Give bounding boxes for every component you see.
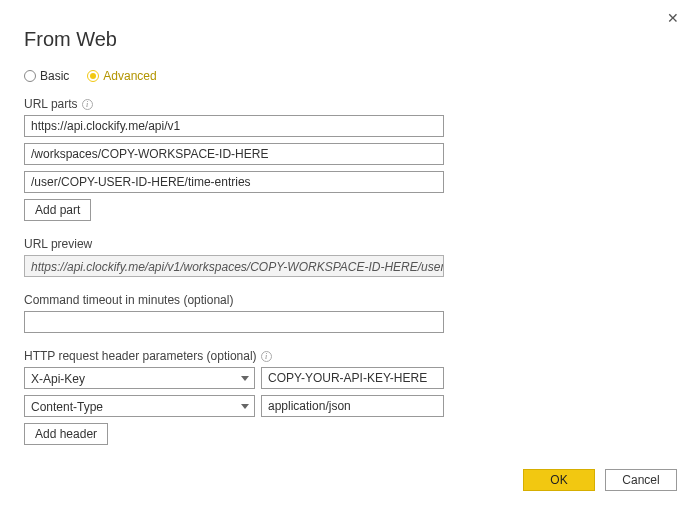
dialog-title: From Web: [24, 28, 669, 51]
chevron-down-icon: [236, 368, 254, 388]
url-part-input-3[interactable]: [24, 171, 444, 193]
info-icon[interactable]: i: [82, 99, 93, 110]
cancel-button[interactable]: Cancel: [605, 469, 677, 491]
header-row: X-Api-Key: [24, 367, 669, 389]
add-part-button[interactable]: Add part: [24, 199, 91, 221]
radio-basic-label: Basic: [40, 69, 69, 83]
header-key-1: X-Api-Key: [31, 372, 85, 386]
header-key-2: Content-Type: [31, 400, 103, 414]
radio-circle-icon: [24, 70, 36, 82]
url-part-input-1[interactable]: [24, 115, 444, 137]
header-key-select-1[interactable]: X-Api-Key: [24, 367, 255, 389]
url-parts-label: URL parts: [24, 97, 78, 111]
mode-radio-group: Basic Advanced: [24, 69, 669, 83]
url-parts-label-row: URL parts i: [24, 97, 669, 111]
headers-label-row: HTTP request header parameters (optional…: [24, 349, 669, 363]
url-preview-field: https://api.clockify.me/api/v1/workspace…: [24, 255, 444, 277]
chevron-down-icon: [236, 396, 254, 416]
url-part-input-2[interactable]: [24, 143, 444, 165]
header-key-select-2[interactable]: Content-Type: [24, 395, 255, 417]
headers-label: HTTP request header parameters (optional…: [24, 349, 257, 363]
radio-advanced[interactable]: Advanced: [87, 69, 156, 83]
info-icon[interactable]: i: [261, 351, 272, 362]
timeout-label-row: Command timeout in minutes (optional): [24, 293, 669, 307]
radio-basic[interactable]: Basic: [24, 69, 69, 83]
header-value-input-1[interactable]: [261, 367, 444, 389]
close-icon[interactable]: ✕: [667, 10, 679, 26]
timeout-label: Command timeout in minutes (optional): [24, 293, 233, 307]
url-preview-label: URL preview: [24, 237, 92, 251]
radio-advanced-label: Advanced: [103, 69, 156, 83]
radio-circle-icon: [87, 70, 99, 82]
header-row: Content-Type: [24, 395, 669, 417]
ok-button[interactable]: OK: [523, 469, 595, 491]
header-value-input-2[interactable]: [261, 395, 444, 417]
timeout-input[interactable]: [24, 311, 444, 333]
dialog-footer: OK Cancel: [523, 469, 677, 491]
url-preview-label-row: URL preview: [24, 237, 669, 251]
add-header-button[interactable]: Add header: [24, 423, 108, 445]
